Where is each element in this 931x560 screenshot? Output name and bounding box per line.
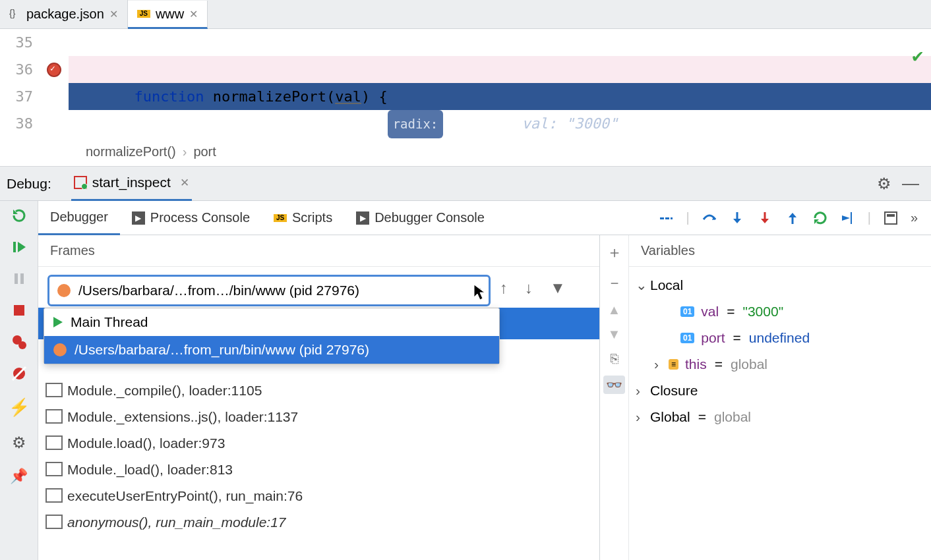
stack-frame[interactable]: Module._load(), loader:813 [38, 457, 599, 483]
thread-status-icon [53, 343, 67, 356]
debugger-tab-bar: Debugger ▶ Process Console JS Scripts ▶ … [38, 201, 931, 235]
scope-global[interactable]: Global = global [636, 404, 924, 430]
thread-running-icon [53, 317, 63, 327]
inline-debug-hint: val: "3000" [522, 115, 618, 132]
variable-row[interactable]: ≡ this = global [636, 351, 924, 378]
console-icon: ▶ [132, 211, 145, 225]
variables-gutter: ＋ － ▲ ▼ ⎘ 👓 [600, 235, 629, 560]
variables-panel: ＋ － ▲ ▼ ⎘ 👓 Variables Local [600, 235, 931, 560]
settings-icon[interactable]: ⚙ [12, 434, 26, 452]
add-watch-icon[interactable]: ＋ [607, 242, 622, 263]
prev-frame-icon[interactable]: ↑ [500, 279, 508, 297]
minimize-icon[interactable]: — [902, 173, 919, 194]
svg-rect-2 [20, 273, 24, 284]
thread-option-process[interactable]: /Users/barbara/…from_run/bin/www (pid 27… [44, 336, 499, 364]
file-tab-label: package.json [26, 7, 104, 22]
run-to-cursor-icon[interactable] [840, 210, 856, 226]
js-icon: JS [137, 10, 150, 18]
frames-title: Frames [38, 235, 599, 267]
glasses-icon[interactable]: 👓 [603, 376, 625, 394]
type-badge-icon: ≡ [669, 359, 678, 370]
pause-icon[interactable] [11, 271, 27, 287]
svg-rect-16 [887, 214, 895, 217]
file-tab-label: www [156, 7, 184, 22]
down-icon[interactable]: ▼ [608, 327, 621, 342]
filter-icon[interactable]: ▼ [550, 279, 566, 297]
variable-row[interactable]: 01 val = "3000" [636, 298, 924, 325]
close-icon[interactable]: ✕ [180, 176, 189, 190]
close-icon[interactable]: ✕ [189, 8, 198, 20]
file-tab-www[interactable]: JS www ✕ [128, 1, 208, 29]
expand-icon[interactable] [636, 277, 646, 293]
scope-closure[interactable]: Closure [636, 378, 924, 404]
resume-icon[interactable] [11, 239, 27, 255]
copy-icon[interactable]: ⎘ [611, 351, 618, 366]
expand-icon[interactable] [654, 356, 665, 372]
json-icon [9, 9, 21, 20]
rerun-icon[interactable] [11, 208, 27, 223]
close-icon[interactable]: ✕ [109, 8, 118, 20]
variables-tree[interactable]: Local 01 val = "3000" 01 port = unde [629, 267, 931, 435]
view-breakpoints-icon[interactable] [11, 334, 27, 350]
active-run-config-tab[interactable]: start_inspect ✕ [71, 167, 192, 201]
pin-icon[interactable]: 📌 [10, 468, 28, 485]
dropdown-arrow-icon[interactable]: ▾ [474, 283, 481, 298]
step-into-icon[interactable] [729, 210, 745, 226]
thread-status-icon [57, 284, 71, 297]
next-frame-icon[interactable]: ↓ [525, 279, 533, 297]
mute-breakpoints-icon[interactable] [11, 366, 27, 381]
step-out-icon[interactable] [785, 210, 800, 226]
expand-icon[interactable] [636, 409, 646, 425]
file-tab-package-json[interactable]: package.json ✕ [0, 0, 128, 28]
chevron-right-icon: › [183, 144, 187, 159]
variable-row[interactable]: 01 port = undefined [636, 325, 924, 351]
breadcrumb-item[interactable]: port [193, 144, 216, 159]
stack-frame[interactable]: Module._compile(), loader:1105 [38, 378, 599, 404]
frame-icon [47, 411, 62, 423]
debug-toolwindow-header: Debug: start_inspect ✕ ⚙ — [0, 167, 931, 201]
stop-icon[interactable] [11, 302, 27, 318]
tab-scripts[interactable]: JS Scripts [262, 201, 344, 235]
remove-watch-icon[interactable]: － [607, 272, 622, 293]
thread-dropdown[interactable]: Main Thread /Users/barbara/…from_run/bin… [44, 308, 500, 364]
up-icon[interactable]: ▲ [608, 302, 621, 318]
frame-icon [47, 464, 62, 476]
frame-icon [47, 385, 62, 397]
thread-selector[interactable]: /Users/barbara/…from…/bin/www (pid 27976… [47, 275, 491, 306]
step-over-icon[interactable] [702, 210, 717, 226]
tab-process-console[interactable]: ▶ Process Console [120, 201, 262, 235]
svg-rect-3 [14, 305, 24, 316]
breakpoint-icon[interactable] [47, 63, 61, 77]
more-icon[interactable]: » [911, 210, 918, 225]
breakpoint-gutter[interactable] [40, 29, 69, 138]
lightning-icon[interactable]: ⚡ [9, 397, 30, 418]
breadcrumb[interactable]: normalizePort() › port [0, 138, 931, 167]
stack-frame[interactable]: anonymous(), run_main_module:17 [38, 509, 599, 536]
frame-icon [47, 517, 62, 528]
drop-frame-icon[interactable] [812, 210, 828, 226]
svg-rect-1 [15, 273, 18, 284]
show-exec-point-icon[interactable] [658, 210, 674, 226]
tab-debugger[interactable]: Debugger [38, 201, 120, 235]
file-tab-bar: package.json ✕ JS www ✕ [0, 0, 931, 29]
svg-point-5 [18, 341, 26, 349]
stack-frame[interactable]: Module._extensions..js(), loader:1137 [38, 404, 599, 430]
evaluate-icon[interactable] [883, 210, 899, 226]
stack-frame[interactable]: executeUserEntryPoint(), run_main:76 [38, 483, 599, 509]
console-icon: ▶ [356, 211, 369, 225]
frames-panel: Frames /Users/barbara/…from…/bin/www (pi… [38, 235, 600, 560]
code-lines[interactable]: function normalizePort(val) { var port =… [69, 29, 931, 138]
stack-frames-list[interactable]: Module._compile(), loader:1105 Module._e… [38, 378, 599, 536]
force-step-into-icon[interactable] [757, 210, 773, 226]
type-badge-icon: 01 [680, 306, 694, 317]
frame-icon [47, 490, 62, 502]
scope-local[interactable]: Local [636, 272, 924, 298]
gear-icon[interactable]: ⚙ [877, 175, 891, 193]
code-editor[interactable]: 35 36 37 38 function normalizePort(val) … [0, 29, 931, 138]
stack-frame[interactable]: Module.load(), loader:973 [38, 430, 599, 457]
inspection-ok-icon[interactable]: ✔ [912, 45, 923, 67]
expand-icon[interactable] [636, 383, 646, 399]
line-number-gutter: 35 36 37 38 [0, 29, 40, 138]
thread-option-main[interactable]: Main Thread [44, 308, 499, 336]
tab-debugger-console[interactable]: ▶ Debugger Console [344, 201, 496, 235]
